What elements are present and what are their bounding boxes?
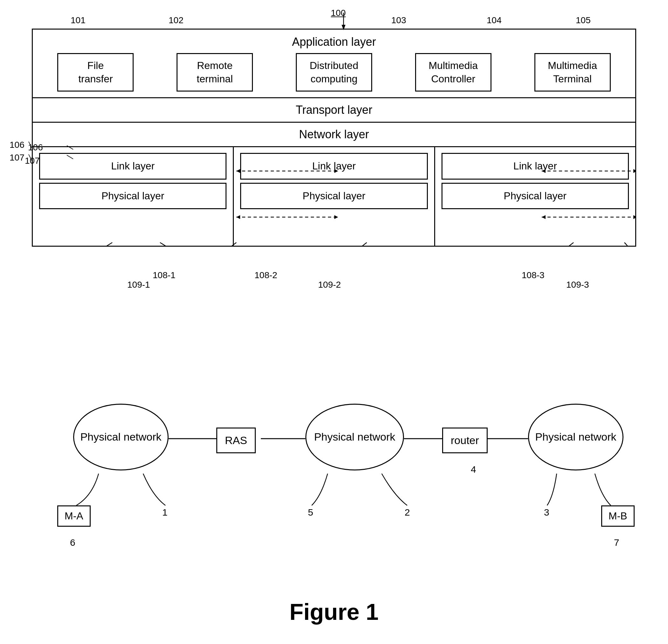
ref-5-label: 5 (308, 507, 313, 518)
svg-line-19 (67, 155, 73, 159)
ref-7-label: 7 (614, 537, 619, 548)
ref-104: 104 (487, 15, 502, 26)
svg-marker-7 (542, 169, 546, 173)
ref-108-3: 108-3 (522, 270, 545, 280)
app-box-distributed-computing: Distributedcomputing (296, 53, 372, 92)
ref-3-label: 3 (544, 507, 549, 518)
svg-line-18 (67, 145, 73, 150)
transport-layer: Transport layer (33, 98, 635, 123)
ref-6-label: 6 (70, 537, 75, 548)
ras-box: RAS (216, 427, 256, 453)
app-box-remote-terminal: Remoteterminal (177, 53, 253, 92)
ref-105: 105 (576, 15, 591, 26)
ref-102: 102 (169, 15, 184, 26)
physical-network-left: Physical network (73, 404, 169, 470)
network-layer: Network layer (33, 123, 635, 147)
svg-marker-3 (334, 169, 338, 173)
mb-box: M-B (601, 505, 635, 527)
app-box-multimedia-controller: MultimediaController (415, 53, 491, 92)
svg-marker-13 (542, 215, 546, 219)
ref-4-label: 4 (471, 464, 476, 475)
svg-marker-9 (334, 215, 338, 219)
ref-109-2: 109-2 (318, 280, 341, 290)
ref-107-line: 107 (25, 156, 40, 166)
ref-1-label: 1 (162, 507, 168, 518)
ref-107: 107 (10, 153, 25, 163)
svg-marker-12 (633, 215, 635, 219)
app-layer-title: Application layer (39, 35, 629, 49)
ma-box: M-A (57, 505, 91, 527)
physical-network-center: Physical network (305, 404, 404, 470)
svg-marker-4 (236, 169, 240, 173)
ref-109-1: 109-1 (127, 280, 150, 290)
ref-108-1: 108-1 (153, 270, 176, 280)
app-boxes-row: Filetransfer Remoteterminal Distributedc… (39, 53, 629, 92)
link-physical-section: Link layer Physical layer Link layer Phy… (33, 147, 635, 246)
ref-2-label: 2 (405, 507, 410, 518)
ref-103: 103 (391, 15, 406, 26)
router-box: router (442, 427, 488, 453)
outer-box: Application layer Filetransfer Remoteter… (32, 29, 636, 247)
arrows-overlay (33, 147, 635, 246)
ref-106-line: 106 (28, 142, 43, 153)
svg-marker-10 (236, 215, 240, 219)
app-layer: Application layer Filetransfer Remoteter… (33, 30, 635, 98)
figure-caption: Figure 1 (0, 599, 668, 625)
svg-marker-6 (633, 169, 635, 173)
ref-101: 101 (71, 15, 86, 26)
physical-network-right: Physical network (528, 404, 623, 470)
ref-106-107-ticks (64, 143, 83, 162)
ref-109-3: 109-3 (566, 280, 589, 290)
ref-106: 106 (10, 140, 25, 150)
app-box-multimedia-terminal: MultimediaTerminal (534, 53, 611, 92)
ref-108-2: 108-2 (255, 270, 277, 280)
app-box-file-transfer: Filetransfer (57, 53, 134, 92)
